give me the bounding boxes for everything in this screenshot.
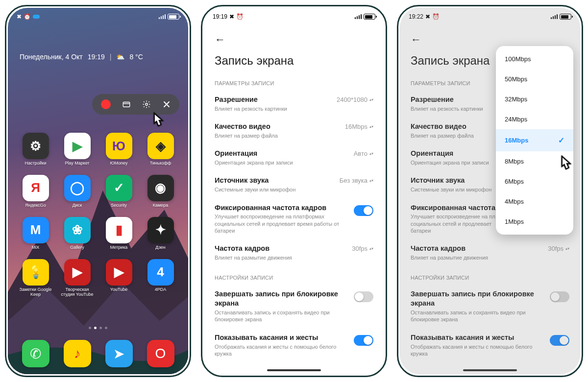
quality-dropdown[interactable]: 100Mbps50Mbps32Mbps24Mbps16Mbps✓8Mbps6Mb… (496, 46, 573, 235)
chevron-updown-icon: ▴▾ (369, 153, 373, 155)
toggle-show-touches[interactable] (550, 335, 569, 346)
row-audio[interactable]: Источник звукаСистемные звуки или микроф… (204, 171, 384, 198)
chevron-updown-icon: ▴▾ (369, 126, 373, 128)
app-9[interactable]: ❀Gallery (59, 217, 95, 250)
signal-icon (355, 14, 362, 19)
dropdown-option[interactable]: 16Mbps✓ (496, 129, 573, 151)
app-12[interactable]: 💡Заметки Google Keep (18, 259, 53, 297)
back-button[interactable]: ← (215, 33, 225, 46)
row-resolution[interactable]: РазрешениеВлияет на резкость картинки 24… (204, 90, 384, 117)
folder-icon[interactable] (122, 100, 131, 109)
dropdown-option[interactable]: 50Mbps (496, 69, 573, 89)
record-button[interactable] (101, 99, 111, 109)
close-icon[interactable] (162, 100, 171, 109)
toggle-show-touches[interactable] (354, 335, 373, 346)
gear-icon[interactable] (142, 100, 151, 109)
app-14[interactable]: ▶YouTube (101, 259, 137, 297)
weather-icon: ⛅ (116, 53, 124, 61)
app-6[interactable]: ✓Security (101, 175, 137, 208)
chevron-updown-icon: ▴▾ (369, 99, 373, 101)
dnd-icon: ✖ (425, 13, 430, 20)
dropdown-option[interactable]: 100Mbps (496, 49, 573, 69)
nav-handle[interactable] (463, 369, 517, 371)
check-icon: ✓ (558, 136, 564, 145)
dropdown-option[interactable]: 4Mbps (496, 191, 573, 212)
settings-screen[interactable]: 19:19 ✖ ⏰ ← Запись экрана ПАРАМЕТРЫ ЗАПИ… (204, 8, 384, 374)
weather-clock-widget[interactable]: Понедельник, 4 Окт 19:19 | ⛅ 8 °C (20, 53, 188, 61)
status-time: 19:22 (409, 13, 423, 20)
dock: ✆♪➤O (8, 340, 188, 367)
battery-icon (168, 14, 179, 20)
dropdown-option[interactable]: 1Mbps (496, 212, 573, 232)
row-orientation[interactable]: ОриентацияОриентация экрана при записи А… (204, 144, 384, 171)
row-show-touches[interactable]: Показывать касания и жестыОтображать кас… (400, 328, 580, 362)
dock-opera[interactable]: O (147, 340, 174, 367)
status-bar: 19:19 ✖ ⏰ (204, 8, 384, 24)
toggle-end-on-lock[interactable] (354, 291, 373, 302)
app-grid: ⚙Настройки▶Play МаркетЮЮMoney◈ТинькоффЯЯ… (8, 133, 188, 297)
chevron-updown-icon: ▴▾ (369, 248, 373, 250)
widget-time: 19:19 (88, 53, 105, 61)
widget-temp: 8 °C (129, 53, 143, 61)
signal-icon (551, 14, 558, 19)
row-end-on-lock[interactable]: Завершать запись при блокировке экранаОс… (400, 285, 580, 328)
app-0[interactable]: ⚙Настройки (18, 133, 53, 166)
toggle-end-on-lock[interactable] (550, 291, 569, 302)
app-3[interactable]: ◈Тинькофф (143, 133, 178, 166)
nav-handle[interactable] (267, 369, 321, 371)
widget-date: Понедельник, 4 Окт (20, 53, 83, 61)
dropdown-option[interactable]: 32Mbps (496, 89, 573, 109)
row-show-touches[interactable]: Показывать касания и жестыОтображать кас… (204, 328, 384, 362)
dock-phone[interactable]: ✆ (22, 340, 49, 367)
alarm-icon: ⏰ (236, 13, 244, 20)
row-end-on-lock[interactable]: Завершать запись при блокировке экранаОс… (204, 285, 384, 328)
dnd-icon: ✖ (17, 13, 22, 20)
section-header-recording: НАСТРОЙКИ ЗАПИСИ (204, 266, 384, 285)
page-title: Запись экрана (215, 54, 373, 68)
section-header-recording: НАСТРОЙКИ ЗАПИСИ (400, 266, 580, 285)
row-fps[interactable]: Частота кадровВлияет на размытие движени… (204, 239, 384, 266)
alarm-icon: ⏰ (24, 13, 31, 20)
dnd-icon: ✖ (229, 13, 234, 20)
dock-telegram[interactable]: ➤ (105, 340, 133, 367)
toggle-fixed-fps[interactable] (354, 205, 373, 216)
dropdown-option[interactable]: 6Mbps (496, 171, 573, 191)
page-indicator (8, 327, 188, 329)
home-screen[interactable]: ✖ ⏰ Понедельник, 4 Окт 19:19 | ⛅ 8 °C (8, 8, 188, 374)
phone-settings-dropdown: 19:22 ✖ ⏰ ← Запись экрана ПАРАМЕТРЫ ЗАПИ… (397, 5, 583, 377)
battery-icon (364, 14, 375, 20)
signal-icon (159, 14, 166, 19)
app-8[interactable]: MMiX (18, 217, 53, 250)
phone-home: ✖ ⏰ Понедельник, 4 Окт 19:19 | ⛅ 8 °C (5, 5, 191, 377)
phone-settings: 19:19 ✖ ⏰ ← Запись экрана ПАРАМЕТРЫ ЗАПИ… (201, 5, 387, 377)
pill-icon (33, 15, 40, 19)
battery-icon (560, 14, 571, 20)
section-header-params: ПАРАМЕТРЫ ЗАПИСИ (204, 72, 384, 90)
app-7[interactable]: ◉Камера (143, 175, 178, 208)
app-1[interactable]: ▶Play Маркет (59, 133, 95, 166)
status-bar: ✖ ⏰ (8, 8, 188, 24)
app-4[interactable]: ЯЯндексGo (18, 175, 53, 208)
app-5[interactable]: ◯Диск (59, 175, 95, 208)
app-15[interactable]: 44PDA (143, 259, 178, 297)
chevron-updown-icon: ▴▾ (565, 248, 569, 250)
status-bar: 19:22 ✖ ⏰ (400, 8, 580, 24)
app-11[interactable]: ✦Дзен (143, 217, 178, 250)
row-fps[interactable]: Частота кадровВлияет на размытие движени… (400, 239, 580, 266)
dropdown-option[interactable]: 24Mbps (496, 109, 573, 129)
alarm-icon: ⏰ (432, 13, 440, 20)
dock-music[interactable]: ♪ (64, 340, 91, 367)
svg-rect-0 (123, 102, 130, 107)
back-button[interactable]: ← (411, 33, 421, 46)
screen-recorder-toolbar[interactable] (92, 94, 179, 115)
row-quality[interactable]: Качество видеоВлияет на размер файла 16M… (204, 117, 384, 144)
app-2[interactable]: ЮЮMoney (101, 133, 137, 166)
app-10[interactable]: ▮Метрика (101, 217, 137, 250)
settings-screen-dimmed[interactable]: 19:22 ✖ ⏰ ← Запись экрана ПАРАМЕТРЫ ЗАПИ… (400, 8, 580, 374)
status-time: 19:19 (213, 13, 227, 20)
row-fixed-fps[interactable]: Фиксированная частота кадровУлучшает вос… (204, 198, 384, 239)
dropdown-option[interactable]: 8Mbps (496, 151, 573, 171)
app-13[interactable]: ▶Творческая студия YouTube (59, 259, 95, 297)
chevron-updown-icon: ▴▾ (369, 180, 373, 182)
svg-point-1 (145, 103, 147, 106)
